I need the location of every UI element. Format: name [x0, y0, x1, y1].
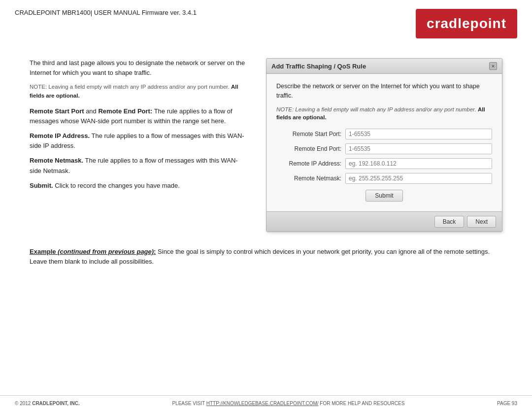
left-column: The third and last page allows you to de… — [30, 58, 246, 196]
start-port-input[interactable] — [345, 129, 492, 139]
logo-plain: cradle — [427, 16, 470, 31]
header: CRADLEPOINT MBR1400| USER MANUAL Firmwar… — [0, 0, 532, 43]
footer-center-pre: PLEASE VISIT — [172, 401, 206, 406]
footer-center: PLEASE VISIT HTTP://KNOWLEDGEBASE.CRADLE… — [172, 401, 404, 406]
note-text: NOTE: Leaving a field empty will match a… — [30, 83, 246, 101]
dialog-close-button[interactable]: × — [489, 62, 497, 70]
main-content: The third and last page allows you to de… — [0, 43, 532, 242]
end-port-label: Remote End Port: — [276, 145, 345, 152]
example-bold: Example (continued from previous page): — [30, 248, 156, 255]
form-row-netmask: Remote Netmask: — [276, 173, 492, 184]
footer-left: © 2012 CRADLEPOINT, INC. — [15, 401, 80, 406]
form-row-start-port: Remote Start Port: — [276, 129, 492, 139]
page-number: PAGE 93 — [497, 401, 517, 406]
netmask-label: Remote Netmask: — [276, 175, 345, 182]
end-port-input[interactable] — [345, 143, 492, 154]
dialog-box: Add Traffic Shaping / QoS Rule × Describ… — [266, 58, 502, 232]
dialog-note-plain: NOTE: Leaving a field empty will match a… — [276, 106, 478, 112]
submit-desc-label: Submit. — [30, 182, 53, 189]
footer-link[interactable]: HTTP://KNOWLEDGEBASE.CRADLEPOINT.COM/ — [206, 401, 319, 406]
dialog-title: Add Traffic Shaping / QoS Rule — [271, 63, 366, 70]
back-button[interactable]: Back — [434, 216, 465, 228]
dialog-body: Describe the network or server on the In… — [266, 74, 502, 211]
ip-address-input[interactable] — [345, 158, 492, 169]
dialog-submit-row: Submit — [276, 190, 492, 202]
submit-desc-text: Click to record the changes you have mad… — [53, 182, 180, 189]
section-item-ip: Remote IP Address. The rule applies to a… — [30, 131, 246, 151]
remote-netmask-label: Remote Netmask. — [30, 157, 83, 164]
connector: and — [84, 107, 99, 115]
remote-ip-label: Remote IP Address. — [30, 132, 90, 139]
remote-start-port-label: Remote Start Port — [30, 107, 84, 115]
logo-bold: point — [470, 16, 506, 31]
netmask-input[interactable] — [345, 173, 492, 184]
dialog-note: NOTE: Leaving a field empty will match a… — [276, 105, 492, 122]
form-row-ip: Remote IP Address: — [276, 158, 492, 169]
next-button[interactable]: Next — [467, 216, 496, 228]
intro-text: The third and last page allows you to de… — [30, 58, 246, 78]
dialog-description: Describe the network or server on the In… — [276, 82, 492, 101]
section-item-ports: Remote Start Port and Remote End Port: T… — [30, 106, 246, 126]
section-item-submit: Submit. Click to record the changes you … — [30, 181, 246, 191]
ip-address-label: Remote IP Address: — [276, 160, 345, 167]
subtitle-text: CRADLEPOINT MBR1400| USER MANUAL Firmwar… — [15, 9, 197, 16]
logo: cradlepoint — [416, 9, 517, 38]
footer: © 2012 CRADLEPOINT, INC. PLEASE VISIT HT… — [0, 395, 532, 411]
example-section: Example (continued from previous page): … — [0, 242, 532, 278]
header-subtitle: CRADLEPOINT MBR1400| USER MANUAL Firmwar… — [15, 9, 197, 16]
dialog-titlebar: Add Traffic Shaping / QoS Rule × — [266, 59, 502, 74]
footer-center-post: FOR MORE HELP AND RESOURCES — [319, 401, 405, 406]
footer-company: CRADLEPOINT, INC. — [32, 401, 80, 406]
dialog-footer: Back Next — [266, 211, 502, 232]
submit-button[interactable]: Submit — [366, 190, 402, 202]
remote-end-port-label: Remote End Port: — [98, 107, 152, 115]
logo-text: cradlepoint — [427, 16, 506, 31]
form-row-end-port: Remote End Port: — [276, 143, 492, 154]
note-plain: NOTE: Leaving a field empty will match a… — [30, 84, 231, 90]
example-text: Example (continued from previous page): … — [30, 247, 502, 267]
section-item-netmask: Remote Netmask. The rule applies to a fl… — [30, 156, 246, 175]
footer-right: PAGE 93 — [497, 401, 517, 406]
start-port-label: Remote Start Port: — [276, 131, 345, 137]
